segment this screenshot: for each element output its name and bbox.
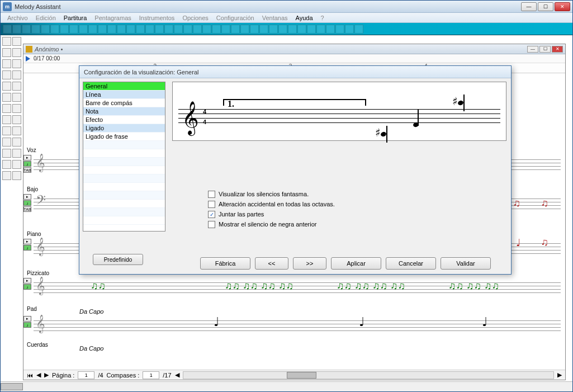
toolbar-button[interactable] — [326, 25, 335, 34]
palette-button[interactable] — [12, 82, 21, 91]
track-play-icon[interactable]: ♪ — [23, 200, 31, 206]
measure-input[interactable] — [143, 371, 159, 379]
toolbar-button[interactable] — [126, 25, 135, 34]
palette-button[interactable] — [2, 115, 11, 124]
category-item-barre[interactable]: Barre de compás — [83, 99, 165, 107]
toolbar-button[interactable] — [31, 25, 40, 34]
palette-button[interactable] — [2, 104, 11, 113]
cancel-button[interactable]: Cancelar — [386, 257, 436, 270]
staff-pad[interactable]: ▸♪ 𝄞 ♩ ♩ ♩ — [23, 316, 565, 338]
palette-button[interactable] — [2, 82, 11, 91]
palette-button[interactable] — [12, 104, 21, 113]
tab-marker[interactable]: TAB — [23, 206, 31, 212]
palette-button[interactable] — [2, 160, 11, 169]
toolbar-button[interactable] — [88, 25, 97, 34]
track-expand-icon[interactable]: ▸ — [23, 194, 31, 200]
toolbar-button[interactable] — [354, 25, 363, 34]
track-expand-icon[interactable]: ▸ — [23, 316, 31, 322]
toolbar-button[interactable] — [22, 25, 31, 34]
checkbox-row[interactable]: Alteración accidental en todas las octav… — [208, 199, 335, 209]
menu-ventanas[interactable]: Ventanas — [259, 13, 291, 22]
palette-button[interactable] — [12, 37, 21, 46]
palette-button[interactable] — [2, 126, 11, 135]
toolbar-button[interactable] — [345, 25, 354, 34]
nav-next-icon[interactable]: ▶ — [44, 371, 49, 379]
toolbar-button[interactable] — [231, 25, 240, 34]
palette-button[interactable] — [12, 93, 21, 102]
palette-button[interactable] — [12, 115, 21, 124]
checkbox-icon[interactable] — [208, 191, 215, 198]
toolbar-button[interactable] — [145, 25, 154, 34]
toolbar-button[interactable] — [136, 25, 145, 34]
toolbar-button[interactable] — [98, 25, 107, 34]
apply-button[interactable]: Aplicar — [331, 257, 381, 270]
category-item-nota[interactable]: Nota — [83, 107, 165, 116]
toolbar-button[interactable] — [12, 25, 21, 34]
toolbar-button[interactable] — [202, 25, 211, 34]
checkbox-row[interactable]: Visualizar los silencios fantasma. — [208, 189, 335, 199]
toolbar-button[interactable] — [117, 25, 126, 34]
menu-ayuda[interactable]: Ayuda — [292, 13, 316, 22]
palette-button[interactable] — [12, 138, 21, 147]
palette-button[interactable] — [2, 70, 11, 79]
palette-button[interactable] — [2, 59, 11, 68]
palette-button[interactable] — [12, 126, 21, 135]
category-item-ligado-frase[interactable]: Ligado de frase — [83, 133, 165, 141]
category-item-general[interactable]: General — [83, 82, 165, 91]
maximize-button[interactable]: ☐ — [538, 2, 553, 11]
toolbar-button[interactable] — [41, 25, 50, 34]
category-list[interactable]: General Línea Barre de compás Nota Efect… — [83, 82, 165, 232]
palette-button[interactable] — [2, 138, 11, 147]
track-play-icon[interactable]: ♪ — [23, 161, 31, 167]
toolbar-button[interactable] — [164, 25, 173, 34]
track-play-icon[interactable]: ♪ — [23, 322, 31, 328]
predefined-button[interactable]: Predefinido — [93, 254, 143, 265]
menu-pentagramas[interactable]: Pentagramas — [91, 13, 134, 22]
prev-button[interactable]: << — [255, 257, 288, 270]
palette-button[interactable] — [2, 37, 11, 46]
palette-button[interactable] — [12, 171, 21, 180]
palette-button[interactable] — [12, 59, 21, 68]
doc-close-button[interactable]: ✕ — [552, 46, 563, 53]
palette-button[interactable] — [2, 48, 11, 57]
nav-first-icon[interactable]: ⏮ — [27, 372, 33, 379]
close-button[interactable]: ✕ — [555, 2, 570, 11]
track-expand-icon[interactable]: ▸ — [23, 278, 31, 284]
toolbar-button[interactable] — [193, 25, 202, 34]
main-horizontal-scrollbar[interactable] — [1, 381, 572, 391]
menu-archivo[interactable]: Archivo — [4, 13, 31, 22]
play-button[interactable] — [26, 56, 30, 62]
scroll-left-icon[interactable]: ◀ — [175, 371, 179, 379]
toolbar-button[interactable] — [278, 25, 287, 34]
menu-partitura[interactable]: Partitura — [60, 13, 91, 22]
toolbar-button[interactable] — [259, 25, 268, 34]
toolbar-button[interactable] — [335, 25, 344, 34]
toolbar-button[interactable] — [50, 25, 59, 34]
menu-configuracion[interactable]: Configuración — [213, 13, 258, 22]
checkbox-row[interactable]: Juntar las partes — [208, 209, 335, 219]
validate-button[interactable]: Validar — [441, 257, 491, 270]
category-item-linea[interactable]: Línea — [83, 91, 165, 99]
palette-button[interactable] — [12, 149, 21, 158]
scrollbar-thumb[interactable] — [287, 372, 316, 379]
menu-opciones[interactable]: Opciones — [179, 13, 211, 22]
menu-instrumentos[interactable]: Instrumentos — [136, 13, 178, 22]
toolbar-button[interactable] — [107, 25, 116, 34]
checkbox-row[interactable]: Mostrar el silencio de negra anterior — [208, 219, 335, 229]
toolbar-button[interactable] — [79, 25, 88, 34]
doc-maximize-button[interactable]: ☐ — [539, 46, 551, 53]
minimize-button[interactable]: — — [521, 2, 537, 11]
toolbar-button[interactable] — [60, 25, 69, 34]
palette-button[interactable] — [2, 93, 11, 102]
toolbar-button[interactable] — [240, 25, 249, 34]
category-item-efecto[interactable]: Efecto — [83, 116, 165, 124]
menu-edicion[interactable]: Edición — [32, 13, 59, 22]
track-expand-icon[interactable]: ▸ — [23, 155, 31, 160]
palette-button[interactable] — [12, 70, 21, 79]
category-item-ligado[interactable]: Ligado — [83, 124, 165, 133]
doc-minimize-button[interactable]: — — [527, 46, 538, 53]
factory-button[interactable]: Fábrica — [200, 257, 250, 270]
toolbar-button[interactable] — [307, 25, 316, 34]
nav-prev-icon[interactable]: ◀ — [36, 371, 41, 379]
tab-marker[interactable]: TAB — [23, 167, 31, 173]
